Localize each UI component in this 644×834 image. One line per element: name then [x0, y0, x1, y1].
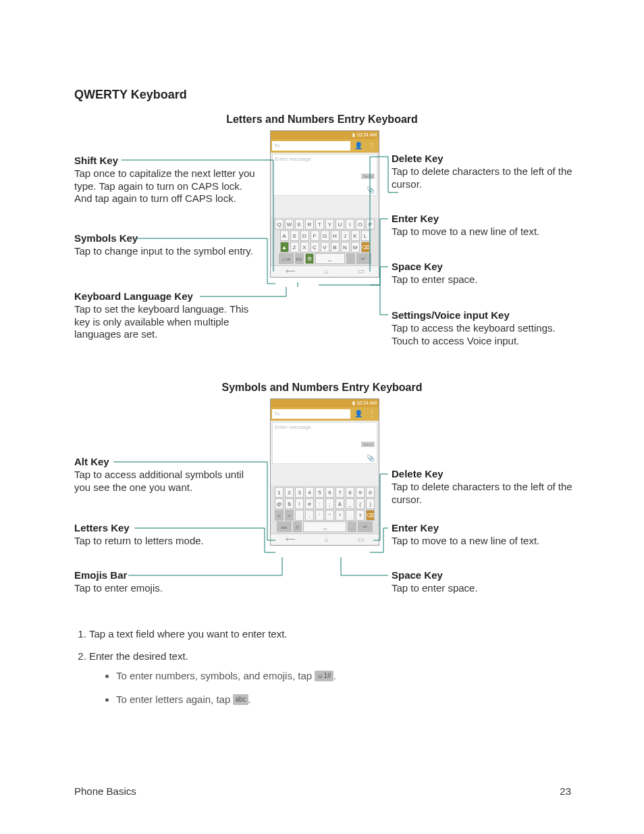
letters-mode-key[interactable]: abc	[277, 521, 292, 532]
key-colon[interactable]: :	[315, 498, 324, 509]
key-n[interactable]: N	[341, 242, 350, 253]
enter-key[interactable]: ↵	[356, 253, 371, 264]
key-6[interactable]: 6	[325, 487, 334, 498]
callout-label: Alt Key	[74, 456, 260, 469]
key-l[interactable]: L	[361, 230, 370, 241]
enter-key[interactable]: ↵	[358, 521, 373, 532]
callout-desc: Tap to return to letters mode.	[74, 535, 204, 546]
space-key[interactable]: ⎵	[303, 521, 346, 532]
key-o[interactable]: O	[356, 219, 365, 230]
callout-label: Symbols Key	[74, 232, 260, 245]
key-apos[interactable]: '	[315, 510, 324, 521]
key-1[interactable]: 1	[275, 487, 284, 498]
period-key[interactable]: .	[348, 521, 356, 532]
nav-back-icon[interactable]: ⟵	[286, 536, 295, 543]
key-q[interactable]: Q	[275, 219, 284, 230]
to-field[interactable]: To	[272, 141, 350, 151]
callout-label: Space Key	[392, 569, 581, 582]
key-r[interactable]: R	[305, 219, 314, 230]
callout-label: Enter Key	[392, 213, 581, 226]
message-area[interactable]: Enter message Send 📎	[272, 154, 377, 196]
language-key[interactable]: EN	[295, 253, 304, 264]
key-lparen[interactable]: (	[356, 498, 365, 509]
key-8[interactable]: 8	[346, 487, 354, 498]
key-amp[interactable]: &	[336, 498, 344, 509]
nav-back-icon[interactable]: ⟵	[286, 268, 295, 275]
key-j[interactable]: J	[341, 230, 350, 241]
status-bar: ▮ 10:24 AM	[271, 399, 379, 407]
callout-label: Settings/Voice input Key	[392, 309, 581, 322]
key-z[interactable]: Z	[290, 242, 299, 253]
key-quote[interactable]: "	[325, 510, 334, 521]
message-area[interactable]: Enter message Send 📎	[272, 422, 377, 464]
key-dot2[interactable]: .	[346, 510, 354, 521]
contact-icon[interactable]: 👤	[353, 140, 364, 151]
key-i[interactable]: I	[346, 219, 354, 230]
key-v[interactable]: V	[321, 242, 329, 253]
nav-home-icon[interactable]: ⌂	[324, 268, 328, 275]
key-5[interactable]: 5	[315, 487, 324, 498]
key-0[interactable]: 0	[366, 487, 375, 498]
callout-label: Keyboard Language Key	[74, 290, 260, 303]
key-h[interactable]: H	[331, 230, 340, 241]
callout-desc: Tap to move to a new line of text.	[392, 535, 539, 546]
key-b[interactable]: B	[331, 242, 340, 253]
key-4[interactable]: 4	[305, 487, 314, 498]
key-9[interactable]: 9	[356, 487, 365, 498]
overflow-icon[interactable]: ⋮	[367, 409, 377, 419]
key-a[interactable]: A	[280, 230, 289, 241]
callout-desc: Tap to access the keyboard settings. Tou…	[392, 322, 556, 346]
instruction-step-1: Tap a text field where you want to enter…	[89, 628, 577, 640]
key-u[interactable]: U	[336, 219, 344, 230]
send-button[interactable]: Send	[361, 174, 375, 179]
emoji-key[interactable]: ☺	[293, 521, 302, 532]
key-c[interactable]: C	[311, 242, 319, 253]
key-underscore[interactable]: _	[346, 498, 354, 509]
overflow-icon[interactable]: ⋮	[367, 140, 377, 151]
attach-icon[interactable]: 📎	[367, 187, 375, 194]
key-p[interactable]: P	[366, 219, 375, 230]
key-excl[interactable]: !	[295, 498, 304, 509]
key-t[interactable]: T	[315, 219, 324, 230]
key-at[interactable]: @	[275, 498, 284, 509]
to-field[interactable]: To	[272, 409, 350, 419]
shift-key[interactable]: ▲	[280, 242, 289, 253]
alt-prev-key[interactable]: <	[275, 510, 284, 521]
space-key[interactable]: ⎵	[315, 253, 345, 264]
key-e[interactable]: E	[295, 219, 304, 230]
key-star[interactable]: *	[336, 510, 344, 521]
contact-icon[interactable]: 👤	[353, 409, 364, 419]
key-7[interactable]: 7	[336, 487, 344, 498]
key-period[interactable]: .	[295, 510, 304, 521]
callout-language-key: Keyboard Language Key Tap to set the key…	[74, 290, 260, 341]
key-qmark[interactable]: ?	[356, 510, 365, 521]
key-semicolon[interactable]: ;	[325, 498, 334, 509]
key-w[interactable]: W	[285, 219, 294, 230]
key-k[interactable]: K	[351, 230, 360, 241]
alt-next-key[interactable]: >	[285, 510, 294, 521]
page-number: 23	[560, 785, 571, 797]
nav-recent-icon[interactable]: ▭	[358, 536, 364, 543]
key-m[interactable]: M	[351, 242, 360, 253]
key-dollar[interactable]: $	[285, 498, 294, 509]
delete-key[interactable]: ⌫	[366, 510, 375, 521]
key-f[interactable]: F	[311, 230, 319, 241]
settings-voice-key[interactable]: ⚙	[305, 253, 314, 264]
key-x[interactable]: X	[300, 242, 309, 253]
delete-key[interactable]: ⌫	[361, 242, 370, 253]
nav-recent-icon[interactable]: ▭	[358, 268, 364, 275]
attach-icon[interactable]: 📎	[367, 455, 375, 462]
key-rparen[interactable]: )	[366, 498, 375, 509]
send-button[interactable]: Send	[361, 442, 375, 447]
key-comma[interactable]: ,	[305, 510, 314, 521]
key-hash[interactable]: #	[305, 498, 314, 509]
key-s[interactable]: S	[290, 230, 299, 241]
key-g[interactable]: G	[321, 230, 329, 241]
key-y[interactable]: Y	[325, 219, 334, 230]
period-key[interactable]: .	[346, 253, 355, 264]
key-d[interactable]: D	[300, 230, 309, 241]
symbols-key[interactable]: ☺1#	[279, 253, 294, 264]
key-3[interactable]: 3	[295, 487, 304, 498]
key-2[interactable]: 2	[285, 487, 294, 498]
nav-home-icon[interactable]: ⌂	[324, 536, 328, 543]
